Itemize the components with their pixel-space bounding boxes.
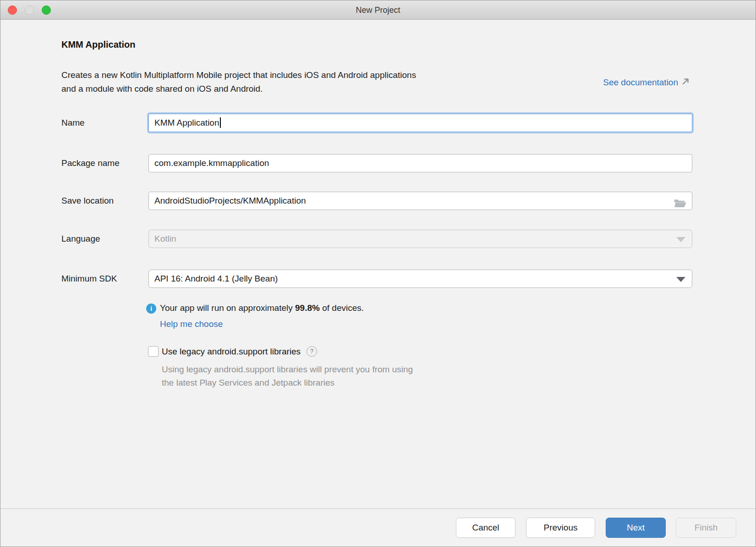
footer-divider bbox=[0, 508, 756, 509]
new-project-dialog: New Project KMM Application Creates a ne… bbox=[0, 0, 756, 547]
coverage-prefix: Your app will run on approximately bbox=[160, 303, 295, 313]
package-name-label: Package name bbox=[61, 154, 120, 172]
save-location-label: Save location bbox=[61, 192, 114, 210]
page-title: KMM Application bbox=[61, 39, 135, 50]
title-bar: New Project bbox=[0, 0, 756, 20]
sdk-coverage-text: Your app will run on approximately 99.8%… bbox=[160, 303, 364, 313]
legacy-help-line-1: Using legacy android.support libraries w… bbox=[162, 365, 413, 374]
save-location-row: Save location AndroidStudioProjects/KMMA… bbox=[0, 192, 756, 210]
template-description: Creates a new Kotlin Multiplatform Mobil… bbox=[61, 68, 416, 96]
window-zoom-button[interactable] bbox=[42, 6, 51, 15]
window-close-button[interactable] bbox=[8, 6, 17, 15]
chevron-down-icon bbox=[676, 277, 685, 282]
window-minimize-button[interactable] bbox=[25, 6, 34, 15]
chevron-down-icon bbox=[676, 237, 685, 242]
language-value: Kotlin bbox=[154, 234, 176, 243]
package-name-input[interactable]: com.example.kmmapplication bbox=[148, 154, 692, 172]
next-button[interactable]: Next bbox=[606, 518, 666, 538]
legacy-help-text: Using legacy android.support libraries w… bbox=[162, 363, 413, 389]
coverage-percent: 99.8% bbox=[295, 303, 320, 313]
text-caret bbox=[220, 117, 221, 128]
info-icon: i bbox=[146, 304, 156, 314]
save-location-value: AndroidStudioProjects/KMMApplication bbox=[154, 196, 306, 205]
minimum-sdk-dropdown[interactable]: API 16: Android 4.1 (Jelly Bean) bbox=[148, 270, 692, 288]
help-me-choose-link[interactable]: Help me choose bbox=[160, 319, 223, 329]
folder-browse-icon[interactable] bbox=[674, 196, 686, 210]
minimum-sdk-row: Minimum SDK API 16: Android 4.1 (Jelly B… bbox=[0, 270, 756, 288]
language-row: Language Kotlin bbox=[0, 230, 756, 248]
minimum-sdk-value: API 16: Android 4.1 (Jelly Bean) bbox=[154, 274, 278, 283]
name-input[interactable]: KMM Application bbox=[148, 114, 692, 132]
minimum-sdk-label: Minimum SDK bbox=[61, 270, 117, 288]
language-dropdown: Kotlin bbox=[148, 230, 692, 248]
name-row: Name KMM Application bbox=[0, 114, 756, 132]
previous-button[interactable]: Previous bbox=[526, 518, 595, 538]
see-documentation-link[interactable]: See documentation bbox=[603, 77, 690, 88]
help-question-icon[interactable]: ? bbox=[307, 346, 317, 357]
see-documentation-label: See documentation bbox=[603, 77, 678, 88]
package-name-row: Package name com.example.kmmapplication bbox=[0, 154, 756, 172]
save-location-input[interactable]: AndroidStudioProjects/KMMApplication bbox=[148, 192, 692, 210]
legacy-help-line-2: the latest Play Services and Jetpack lib… bbox=[162, 378, 334, 387]
legacy-libraries-checkbox[interactable] bbox=[148, 346, 159, 357]
description-line-2: and a module with code shared on iOS and… bbox=[61, 84, 263, 94]
name-label: Name bbox=[61, 114, 85, 132]
window-title: New Project bbox=[92, 0, 664, 20]
cancel-button[interactable]: Cancel bbox=[456, 518, 515, 538]
name-value: KMM Application bbox=[154, 118, 219, 127]
language-label: Language bbox=[61, 230, 100, 248]
coverage-suffix: of devices. bbox=[320, 303, 364, 313]
finish-button[interactable]: Finish bbox=[676, 518, 736, 538]
external-link-icon bbox=[682, 77, 690, 88]
legacy-libraries-label[interactable]: Use legacy android.support libraries bbox=[162, 347, 301, 357]
package-name-value: com.example.kmmapplication bbox=[154, 158, 269, 168]
description-line-1: Creates a new Kotlin Multiplatform Mobil… bbox=[61, 70, 416, 80]
